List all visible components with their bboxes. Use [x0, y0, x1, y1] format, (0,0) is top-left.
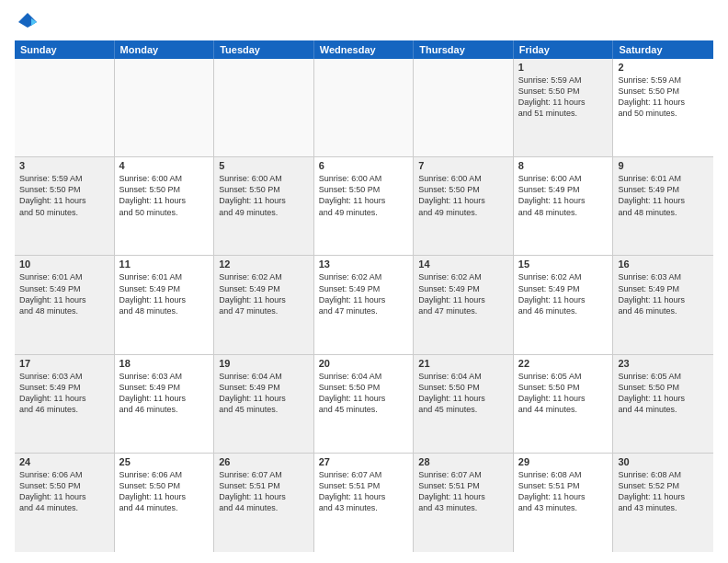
day-number: 11	[119, 259, 210, 270]
logo-text	[15, 11, 40, 33]
calendar-cell: 29Sunrise: 6:08 AM Sunset: 5:51 PM Dayli…	[514, 454, 614, 552]
day-number: 14	[418, 259, 508, 270]
day-info: Sunrise: 6:02 AM Sunset: 5:49 PM Dayligh…	[518, 271, 609, 316]
calendar-cell	[15, 59, 115, 156]
calendar-row: 17Sunrise: 6:03 AM Sunset: 5:49 PM Dayli…	[15, 355, 713, 454]
day-number: 15	[518, 259, 609, 270]
calendar-cell: 4Sunrise: 6:00 AM Sunset: 5:50 PM Daylig…	[115, 157, 215, 255]
day-number: 22	[518, 358, 609, 369]
day-number: 21	[418, 358, 508, 369]
day-info: Sunrise: 6:08 AM Sunset: 5:51 PM Dayligh…	[518, 469, 609, 514]
day-number: 29	[518, 456, 609, 467]
calendar-cell: 21Sunrise: 6:04 AM Sunset: 5:50 PM Dayli…	[414, 355, 514, 453]
day-number: 12	[219, 259, 309, 270]
calendar-cell: 2Sunrise: 5:59 AM Sunset: 5:50 PM Daylig…	[613, 59, 713, 156]
day-info: Sunrise: 6:01 AM Sunset: 5:49 PM Dayligh…	[119, 271, 210, 316]
calendar-cell: 6Sunrise: 6:00 AM Sunset: 5:50 PM Daylig…	[314, 157, 415, 255]
day-number: 2	[618, 62, 709, 73]
calendar-row: 24Sunrise: 6:06 AM Sunset: 5:50 PM Dayli…	[15, 454, 713, 552]
day-number: 10	[19, 259, 109, 270]
header	[15, 11, 713, 33]
day-info: Sunrise: 6:00 AM Sunset: 5:50 PM Dayligh…	[119, 173, 210, 218]
day-number: 6	[319, 160, 409, 171]
calendar-cell: 30Sunrise: 6:08 AM Sunset: 5:52 PM Dayli…	[613, 454, 713, 552]
weekday-header: Friday	[514, 40, 614, 59]
calendar-cell: 22Sunrise: 6:05 AM Sunset: 5:50 PM Dayli…	[514, 355, 614, 453]
day-number: 3	[19, 160, 109, 171]
calendar-cell	[115, 59, 215, 156]
day-number: 17	[19, 358, 109, 369]
day-info: Sunrise: 6:04 AM Sunset: 5:49 PM Dayligh…	[219, 371, 309, 416]
calendar-cell: 16Sunrise: 6:03 AM Sunset: 5:49 PM Dayli…	[613, 256, 713, 353]
day-number: 19	[219, 358, 309, 369]
day-info: Sunrise: 6:01 AM Sunset: 5:49 PM Dayligh…	[19, 271, 109, 316]
day-number: 4	[119, 160, 210, 171]
day-info: Sunrise: 6:00 AM Sunset: 5:50 PM Dayligh…	[219, 173, 309, 218]
calendar-cell: 18Sunrise: 6:03 AM Sunset: 5:49 PM Dayli…	[115, 355, 215, 453]
calendar-cell: 17Sunrise: 6:03 AM Sunset: 5:49 PM Dayli…	[15, 355, 115, 453]
calendar-cell	[214, 59, 314, 156]
day-number: 5	[219, 160, 309, 171]
day-info: Sunrise: 6:07 AM Sunset: 5:51 PM Dayligh…	[319, 469, 409, 514]
day-info: Sunrise: 6:03 AM Sunset: 5:49 PM Dayligh…	[618, 271, 709, 316]
calendar-cell: 12Sunrise: 6:02 AM Sunset: 5:49 PM Dayli…	[214, 256, 314, 353]
weekday-header: Tuesday	[214, 40, 314, 59]
calendar-cell	[314, 59, 415, 156]
weekday-header: Sunday	[15, 40, 115, 59]
day-number: 9	[618, 160, 709, 171]
calendar-cell: 28Sunrise: 6:07 AM Sunset: 5:51 PM Dayli…	[414, 454, 514, 552]
day-info: Sunrise: 6:00 AM Sunset: 5:50 PM Dayligh…	[418, 173, 508, 218]
day-number: 1	[518, 62, 609, 73]
day-number: 28	[418, 456, 508, 467]
calendar-cell	[414, 59, 514, 156]
day-info: Sunrise: 6:03 AM Sunset: 5:49 PM Dayligh…	[119, 371, 210, 416]
day-number: 16	[618, 259, 709, 270]
calendar-row: 10Sunrise: 6:01 AM Sunset: 5:49 PM Dayli…	[15, 256, 713, 354]
day-info: Sunrise: 6:04 AM Sunset: 5:50 PM Dayligh…	[319, 371, 409, 416]
calendar-cell: 24Sunrise: 6:06 AM Sunset: 5:50 PM Dayli…	[15, 454, 115, 552]
day-number: 20	[319, 358, 409, 369]
calendar-cell: 9Sunrise: 6:01 AM Sunset: 5:49 PM Daylig…	[613, 157, 713, 255]
day-number: 23	[618, 358, 709, 369]
calendar-cell: 8Sunrise: 6:00 AM Sunset: 5:49 PM Daylig…	[514, 157, 614, 255]
calendar-cell: 25Sunrise: 6:06 AM Sunset: 5:50 PM Dayli…	[115, 454, 215, 552]
day-number: 7	[418, 160, 508, 171]
logo	[15, 11, 40, 33]
calendar-cell: 1Sunrise: 5:59 AM Sunset: 5:50 PM Daylig…	[514, 59, 614, 156]
calendar-cell: 5Sunrise: 6:00 AM Sunset: 5:50 PM Daylig…	[214, 157, 314, 255]
calendar: SundayMondayTuesdayWednesdayThursdayFrid…	[15, 40, 713, 552]
day-info: Sunrise: 6:06 AM Sunset: 5:50 PM Dayligh…	[119, 469, 210, 514]
calendar-cell: 3Sunrise: 5:59 AM Sunset: 5:50 PM Daylig…	[15, 157, 115, 255]
calendar-cell: 15Sunrise: 6:02 AM Sunset: 5:49 PM Dayli…	[514, 256, 614, 353]
day-info: Sunrise: 6:05 AM Sunset: 5:50 PM Dayligh…	[618, 371, 709, 416]
day-number: 8	[518, 160, 609, 171]
day-number: 25	[119, 456, 210, 467]
day-number: 18	[119, 358, 210, 369]
day-info: Sunrise: 5:59 AM Sunset: 5:50 PM Dayligh…	[618, 75, 709, 120]
day-info: Sunrise: 6:03 AM Sunset: 5:49 PM Dayligh…	[19, 371, 109, 416]
day-number: 24	[19, 456, 109, 467]
day-number: 13	[319, 259, 409, 270]
calendar-header: SundayMondayTuesdayWednesdayThursdayFrid…	[15, 40, 713, 59]
day-number: 27	[319, 456, 409, 467]
calendar-cell: 23Sunrise: 6:05 AM Sunset: 5:50 PM Dayli…	[613, 355, 713, 453]
day-info: Sunrise: 6:06 AM Sunset: 5:50 PM Dayligh…	[19, 469, 109, 514]
calendar-cell: 27Sunrise: 6:07 AM Sunset: 5:51 PM Dayli…	[314, 454, 415, 552]
day-info: Sunrise: 6:08 AM Sunset: 5:52 PM Dayligh…	[618, 469, 709, 514]
day-info: Sunrise: 5:59 AM Sunset: 5:50 PM Dayligh…	[518, 75, 609, 120]
day-info: Sunrise: 6:00 AM Sunset: 5:49 PM Dayligh…	[518, 173, 609, 218]
calendar-cell: 19Sunrise: 6:04 AM Sunset: 5:49 PM Dayli…	[214, 355, 314, 453]
calendar-row: 3Sunrise: 5:59 AM Sunset: 5:50 PM Daylig…	[15, 157, 713, 256]
calendar-cell: 13Sunrise: 6:02 AM Sunset: 5:49 PM Dayli…	[314, 256, 415, 353]
day-info: Sunrise: 6:02 AM Sunset: 5:49 PM Dayligh…	[319, 271, 409, 316]
calendar-cell: 7Sunrise: 6:00 AM Sunset: 5:50 PM Daylig…	[414, 157, 514, 255]
day-info: Sunrise: 6:02 AM Sunset: 5:49 PM Dayligh…	[418, 271, 508, 316]
day-info: Sunrise: 6:00 AM Sunset: 5:50 PM Dayligh…	[319, 173, 409, 218]
day-info: Sunrise: 6:05 AM Sunset: 5:50 PM Dayligh…	[518, 371, 609, 416]
calendar-row: 1Sunrise: 5:59 AM Sunset: 5:50 PM Daylig…	[15, 59, 713, 157]
calendar-cell: 10Sunrise: 6:01 AM Sunset: 5:49 PM Dayli…	[15, 256, 115, 353]
page: SundayMondayTuesdayWednesdayThursdayFrid…	[0, 0, 728, 563]
calendar-cell: 26Sunrise: 6:07 AM Sunset: 5:51 PM Dayli…	[214, 454, 314, 552]
day-info: Sunrise: 6:04 AM Sunset: 5:50 PM Dayligh…	[418, 371, 508, 416]
day-info: Sunrise: 6:01 AM Sunset: 5:49 PM Dayligh…	[618, 173, 709, 218]
